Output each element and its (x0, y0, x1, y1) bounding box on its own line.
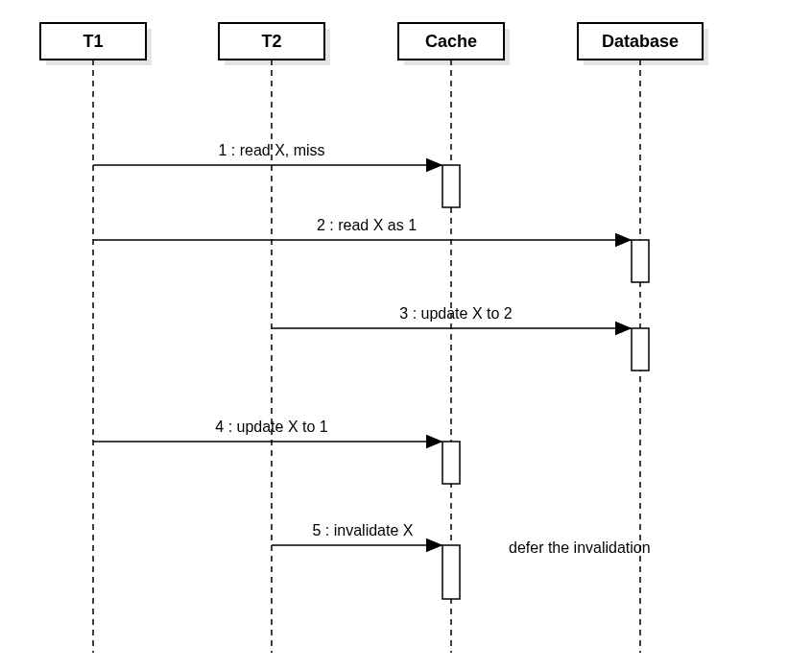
participant-database-label: Database (602, 32, 679, 51)
message-3-label: 3 : update X to 2 (399, 305, 513, 322)
message-5: 5 : invalidate X defer the invalidation (272, 522, 651, 599)
participant-cache-label: Cache (425, 32, 477, 51)
message-2-label: 2 : read X as 1 (317, 217, 417, 233)
activation-database-2 (632, 328, 649, 371)
participant-t1: T1 (40, 23, 152, 653)
activation-cache-1 (442, 165, 460, 207)
activation-cache-3 (442, 545, 460, 599)
participant-t2-label: T2 (261, 32, 281, 51)
message-4-label: 4 : update X to 1 (215, 419, 328, 435)
note-defer: defer the invalidation (509, 539, 651, 556)
sequence-diagram: T1 T2 Cache Database 1 : read X, miss 2 … (0, 0, 812, 670)
message-5-label: 5 : invalidate X (313, 522, 414, 538)
message-1: 1 : read X, miss (93, 142, 460, 207)
activation-cache-2 (442, 442, 460, 484)
message-4: 4 : update X to 1 (93, 419, 460, 484)
message-2: 2 : read X as 1 (93, 217, 649, 282)
activation-database-1 (632, 240, 649, 282)
message-1-label: 1 : read X, miss (218, 142, 324, 158)
participant-t2: T2 (219, 23, 330, 653)
participant-t1-label: T1 (83, 32, 103, 51)
message-3: 3 : update X to 2 (272, 305, 649, 371)
